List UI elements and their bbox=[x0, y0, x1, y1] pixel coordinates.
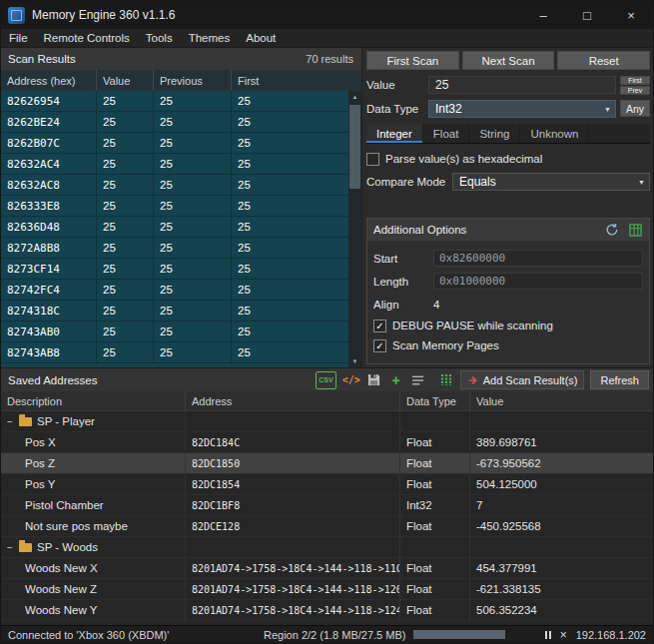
scan-result-row[interactable]: 8273CF14252525 bbox=[1, 259, 348, 280]
scan-result-row[interactable]: 8272A8B8252525 bbox=[1, 238, 348, 259]
scan-memory-pages-checkbox[interactable]: ✓ bbox=[373, 339, 386, 352]
column-address[interactable]: Address bbox=[186, 391, 400, 410]
column-value[interactable]: Value bbox=[470, 391, 653, 410]
scrollbar-track[interactable] bbox=[348, 103, 361, 355]
scan-result-row[interactable]: 82632AC8252525 bbox=[1, 175, 348, 196]
saved-address-row[interactable]: Not sure pos maybe82DCE128Float-450.9255… bbox=[1, 516, 653, 537]
column-value[interactable]: Value bbox=[97, 70, 154, 91]
data-type-dropdown[interactable]: Int32 ▼ bbox=[428, 100, 616, 118]
reset-button[interactable]: Reset bbox=[557, 51, 650, 70]
scan-result-row[interactable]: 82743AB0252525 bbox=[1, 322, 348, 342]
prev-value-button[interactable]: Prev bbox=[620, 86, 650, 95]
refresh-button[interactable]: Refresh bbox=[590, 370, 649, 389]
address-cell bbox=[186, 411, 400, 431]
scan-cell: 25 bbox=[232, 342, 348, 362]
scan-results-rows: 826269542525258262BE242525258262B07C2525… bbox=[1, 91, 348, 367]
scan-cell: 25 bbox=[154, 175, 232, 195]
additional-options-group: Additional Options Start 0x82600000 bbox=[366, 218, 650, 364]
add-scan-results-button[interactable]: Add Scan Result(s) bbox=[460, 370, 585, 389]
description-cell: Pos Y bbox=[1, 474, 186, 494]
debug-pause-checkbox[interactable]: ✓ bbox=[373, 320, 386, 332]
scroll-down-icon[interactable]: ▼ bbox=[348, 355, 361, 367]
address-cell: 82DC1BF8 bbox=[186, 495, 400, 515]
pause-icon[interactable] bbox=[545, 631, 551, 639]
maximize-button[interactable]: □ bbox=[565, 1, 609, 29]
length-input[interactable]: 0x01000000 bbox=[433, 273, 643, 290]
scroll-up-icon[interactable]: ▲ bbox=[348, 91, 361, 103]
memory-table-icon[interactable] bbox=[627, 221, 643, 239]
scan-columns-icon[interactable] bbox=[438, 371, 454, 389]
column-first[interactable]: First bbox=[232, 70, 361, 91]
menu-remote-controls[interactable]: Remote Controls bbox=[36, 32, 138, 44]
first-value-button[interactable]: First bbox=[620, 76, 650, 85]
scan-memory-pages-label: Scan Memory Pages bbox=[392, 339, 499, 351]
tab-unknown[interactable]: Unknown bbox=[520, 124, 589, 143]
type-tabs: Integer Float String Unknown bbox=[366, 124, 650, 144]
add-entry-icon[interactable]: + bbox=[388, 371, 404, 389]
scan-cell: 82742FC4 bbox=[1, 280, 97, 300]
parse-hex-checkbox[interactable] bbox=[366, 153, 379, 166]
scan-cell: 8274318C bbox=[1, 301, 97, 321]
scan-result-row[interactable]: 8274318C252525 bbox=[1, 301, 348, 322]
compare-mode-dropdown[interactable]: Equals ▼ bbox=[452, 173, 650, 191]
scan-result-row[interactable]: 82742FC4252525 bbox=[1, 280, 348, 301]
scan-result-row[interactable]: 8262B07C252525 bbox=[1, 133, 348, 154]
saved-address-row[interactable]: Pos Y82DC1854Float504.125000 bbox=[1, 474, 653, 495]
description-text: SP - Woods bbox=[37, 541, 98, 553]
menu-file[interactable]: File bbox=[1, 32, 36, 44]
saved-address-row[interactable]: Woods New Z8201AD74->1758->18C4->144->11… bbox=[1, 579, 653, 600]
saved-group-row[interactable]: −SP - Player bbox=[1, 411, 653, 432]
menu-tools[interactable]: Tools bbox=[138, 32, 181, 44]
data-type-cell: Float bbox=[400, 474, 470, 494]
scan-cell: 25 bbox=[232, 259, 348, 279]
title-bar: Memory Engine 360 v1.1.6 – □ × bbox=[1, 1, 653, 29]
scan-result-row[interactable]: 82632AC4252525 bbox=[1, 154, 348, 175]
scan-result-row[interactable]: 8262BE24252525 bbox=[1, 112, 348, 133]
collapse-icon[interactable]: − bbox=[7, 542, 18, 553]
scan-results-count: 70 results bbox=[306, 53, 353, 65]
scan-cell: 25 bbox=[154, 91, 232, 111]
save-icon[interactable] bbox=[366, 371, 382, 389]
scan-cell: 25 bbox=[97, 322, 154, 341]
column-description[interactable]: Description bbox=[1, 391, 186, 410]
collapse-icon[interactable]: − bbox=[7, 416, 18, 427]
scan-cell: 25 bbox=[154, 217, 232, 237]
value-cell: 389.698761 bbox=[470, 432, 653, 452]
scan-results-panel: Scan Results 70 results Address (hex) Va… bbox=[1, 48, 362, 367]
scan-results-scrollbar[interactable]: ▲ ▼ bbox=[348, 91, 361, 367]
scan-result-row[interactable]: 82743AB8252525 bbox=[1, 342, 348, 363]
tab-string[interactable]: String bbox=[469, 124, 520, 143]
first-scan-button[interactable]: First Scan bbox=[366, 51, 459, 70]
start-input[interactable]: 0x82600000 bbox=[433, 250, 643, 267]
data-type-cell bbox=[400, 537, 470, 557]
scan-result-row[interactable]: 82626954252525 bbox=[1, 91, 348, 112]
next-scan-button[interactable]: Next Scan bbox=[462, 51, 555, 70]
saved-address-row[interactable]: Pos X82DC184CFloat389.698761 bbox=[1, 432, 653, 453]
tab-float[interactable]: Float bbox=[423, 124, 470, 143]
saved-address-row[interactable]: Pistol Chamber82DC1BF8Int327 bbox=[1, 495, 653, 516]
export-csv-icon[interactable]: CSV bbox=[316, 371, 335, 389]
scan-result-row[interactable]: 826333E8252525 bbox=[1, 196, 348, 217]
scan-result-row[interactable]: 82636D48252525 bbox=[1, 217, 348, 238]
menu-themes[interactable]: Themes bbox=[181, 32, 239, 44]
cancel-icon[interactable]: × bbox=[560, 630, 567, 640]
saved-address-row[interactable]: Pos Z82DC1850Float-673.950562 bbox=[1, 453, 653, 474]
menu-about[interactable]: About bbox=[238, 32, 284, 44]
tab-integer[interactable]: Integer bbox=[366, 124, 423, 143]
column-data-type[interactable]: Data Type bbox=[400, 391, 470, 410]
any-type-button[interactable]: Any bbox=[620, 100, 650, 117]
edit-list-icon[interactable] bbox=[410, 371, 426, 389]
scrollbar-thumb[interactable] bbox=[349, 105, 360, 189]
minimize-button[interactable]: – bbox=[521, 1, 565, 29]
column-address[interactable]: Address (hex) bbox=[1, 70, 97, 91]
value-input[interactable]: 25 bbox=[428, 76, 616, 94]
saved-address-row[interactable]: Woods New X8201AD74->1758->18C4->144->11… bbox=[1, 558, 653, 579]
column-previous[interactable]: Previous bbox=[154, 70, 232, 91]
align-value[interactable]: 4 bbox=[433, 299, 439, 311]
add-scan-results-label: Add Scan Result(s) bbox=[483, 374, 578, 386]
saved-group-row[interactable]: −SP - Woods bbox=[1, 537, 653, 558]
close-button[interactable]: × bbox=[609, 1, 653, 29]
code-export-icon[interactable]: </> bbox=[342, 371, 360, 389]
saved-address-row[interactable]: Woods New Y8201AD74->1758->18C4->144->11… bbox=[1, 600, 653, 621]
refresh-regions-icon[interactable] bbox=[604, 221, 620, 239]
